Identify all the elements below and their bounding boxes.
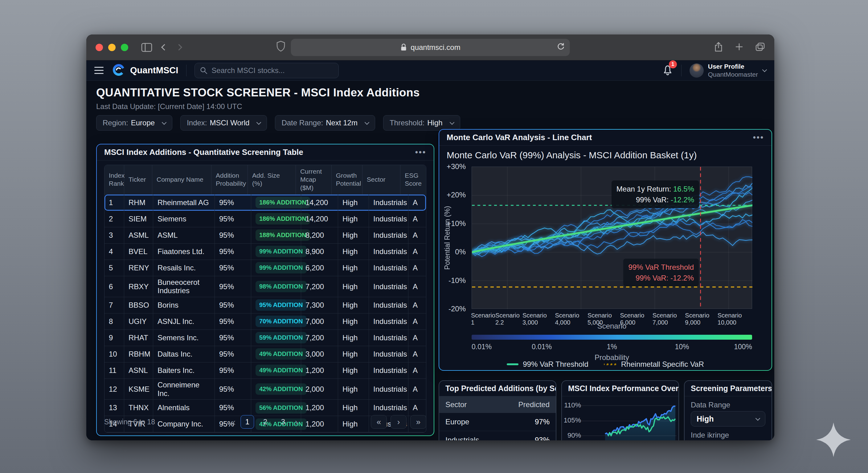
- table-cell: 95%: [215, 260, 251, 276]
- divider: [681, 65, 682, 76]
- last-page-button[interactable]: »: [410, 415, 426, 429]
- table-row[interactable]: 5RENYResails Inc.95%99% ADDITION6,200Hig…: [104, 260, 426, 276]
- table-row[interactable]: 12KSMEConneimene Inc.95%42% ADDITION2,00…: [104, 379, 426, 400]
- page-button[interactable]: 2: [258, 415, 272, 429]
- panel-title: MSCI Index Additions - Quantitative Scre…: [104, 147, 303, 157]
- table-cell: 186% ADDITION: [251, 195, 301, 211]
- forward-icon[interactable]: [177, 45, 181, 49]
- showing-text: Showing 6 to 18: [104, 418, 155, 426]
- table-cell: KSME: [124, 379, 153, 399]
- data-range-select[interactable]: High: [691, 411, 765, 427]
- table-cell: 95%: [215, 244, 251, 260]
- table-cell: High: [338, 227, 369, 243]
- table-row[interactable]: 4BVELFiaatones Ltd.95%99% ADDITION8,900H…: [104, 244, 426, 260]
- addition-badge: 42% ADDITION: [255, 383, 307, 395]
- profile-menu[interactable]: User Profile QuantMoomaster: [689, 63, 766, 78]
- sidebar-toggle-icon[interactable]: [141, 43, 152, 52]
- tab-overview-icon[interactable]: [755, 42, 765, 53]
- table-row[interactable]: 1RHMRheinmetall AG95%186% ADDITION14,200…: [104, 195, 426, 211]
- table-cell: High: [338, 346, 369, 362]
- table-cell: A: [408, 297, 426, 313]
- table-cell: 188% ADDITION: [251, 227, 301, 243]
- panel-title: MSCI Index Performance Overlays: [562, 381, 678, 396]
- new-tab-icon[interactable]: [735, 42, 743, 53]
- table-cell: 70% ADDITION: [251, 313, 301, 330]
- filter-date-range[interactable]: Date Range:Next 12m: [275, 115, 375, 131]
- table-row[interactable]: 7BBSOBorins95%95% ADDITION7,300HighIndus…: [104, 297, 426, 313]
- reload-icon[interactable]: [556, 42, 565, 53]
- table-row[interactable]: 8UGIYASNJL Inc.95%70% ADDITION7,000HighI…: [104, 313, 426, 330]
- table-cell: 6: [104, 276, 124, 297]
- url-text: quantmsci.com: [410, 43, 460, 52]
- mean-return-tooltip: Mean 1y Return: 16.5% 99% VaR: -12.2%: [612, 180, 699, 208]
- page-button[interactable]: 3: [277, 415, 290, 429]
- table-cell: 8: [104, 313, 124, 330]
- legend-item: Rheinmetall Specific VaR: [604, 360, 704, 369]
- table-cell: ASML: [124, 227, 153, 243]
- table-cell: 4: [104, 244, 124, 260]
- close-window-button[interactable]: [96, 44, 103, 51]
- column-header: Addition Probability: [212, 165, 248, 194]
- lock-icon: [400, 43, 407, 52]
- profile-handle: QuantMoomaster: [708, 70, 758, 78]
- addition-badge: 59% ADDITION: [255, 332, 307, 343]
- filter-region[interactable]: Region:Europe: [96, 115, 172, 131]
- sector-table-body: Europe97%Industrials93%: [439, 413, 556, 440]
- table-cell: 5: [104, 260, 124, 276]
- notifications-button[interactable]: 1: [662, 64, 673, 77]
- table-cell: Fiaatones Ltd.: [153, 244, 215, 260]
- table-cell: High: [338, 313, 369, 330]
- probability-tick-label: 0.01%: [472, 343, 492, 351]
- prev-page-icon[interactable]: ‹: [232, 417, 236, 427]
- table-cell: Industrials: [369, 227, 408, 243]
- table-row[interactable]: 2SIEMSiemens95%186% ADDITION14,200HighIn…: [104, 211, 426, 227]
- column-header: ESG Score: [400, 165, 426, 194]
- chart-plot-area[interactable]: Mean 1y Return: 16.5% 99% VaR: -12.2% 99…: [472, 167, 752, 309]
- probability-tick-label: 1%: [607, 343, 617, 351]
- chevron-down-icon: [256, 120, 261, 125]
- next-page-icon[interactable]: ›: [295, 417, 299, 427]
- top-predicted-panel: Top Predicted Additions (by Sector) Sect…: [439, 380, 556, 440]
- minimize-window-button[interactable]: [108, 44, 116, 51]
- menu-icon[interactable]: [94, 67, 103, 74]
- table-cell: A: [408, 379, 426, 399]
- table-cell: A: [408, 346, 426, 362]
- addition-badge: 49% ADDITION: [255, 365, 307, 376]
- y-tick-label: +20%: [447, 191, 466, 199]
- legend-item: 99% VaR Threshold: [507, 360, 588, 369]
- filter-index[interactable]: Index:MSCI World: [180, 115, 267, 131]
- overflow-menu-icon[interactable]: •••: [415, 147, 426, 157]
- share-icon[interactable]: [714, 41, 723, 53]
- table-cell: 7,300: [301, 297, 338, 313]
- zoom-window-button[interactable]: [121, 44, 128, 51]
- page-button[interactable]: 1: [241, 415, 254, 429]
- table-cell: 95%: [215, 195, 251, 211]
- table-cell: BBSO: [124, 297, 153, 313]
- next-page-button[interactable]: ›: [391, 415, 407, 429]
- field-label: Inde ikringe: [691, 431, 765, 439]
- first-page-button[interactable]: «: [371, 415, 387, 429]
- table-cell: High: [338, 379, 369, 399]
- performance-overlays-panel: MSCI Index Performance Overlays 110%105%…: [561, 380, 679, 440]
- performance-mini-chart: [562, 398, 679, 440]
- table-row[interactable]: 6RBXYBuneeocerot Industries95%98% ADDITI…: [104, 276, 426, 297]
- back-icon[interactable]: [162, 45, 167, 49]
- table-cell: Borins: [153, 297, 215, 313]
- table-cell: 7,200: [301, 330, 338, 346]
- overflow-menu-icon[interactable]: •••: [753, 133, 764, 142]
- table-cell: Industrials: [369, 260, 408, 276]
- filter-threshold[interactable]: Threshold:High: [383, 115, 460, 131]
- privacy-shield-icon[interactable]: [276, 41, 285, 53]
- table-cell: 95%: [215, 227, 251, 243]
- chevron-down-icon: [755, 416, 761, 420]
- y-axis-labels: +30%+20%+10%0%-10%-20%: [439, 167, 468, 309]
- table-row[interactable]: 3ASMLASML95%188% ADDITION8,200HighIndust…: [104, 227, 426, 244]
- address-bar[interactable]: quantmsci.com: [291, 39, 570, 56]
- column-header: Growth Potential: [332, 165, 363, 194]
- table-row[interactable]: 10RBHMDaltas Inc.95%49% ADDITION3,000Hig…: [104, 346, 426, 363]
- table-row[interactable]: 9RHATSemens Inc.95%59% ADDITION7,200High…: [104, 330, 426, 346]
- table-cell: High: [338, 297, 369, 313]
- table-row[interactable]: 11ASNLBaiters Inc.95%49% ADDITION1,200Hi…: [104, 363, 426, 379]
- search-input[interactable]: Search MSCI stocks...: [194, 63, 339, 78]
- column-header: Company Name: [152, 165, 212, 194]
